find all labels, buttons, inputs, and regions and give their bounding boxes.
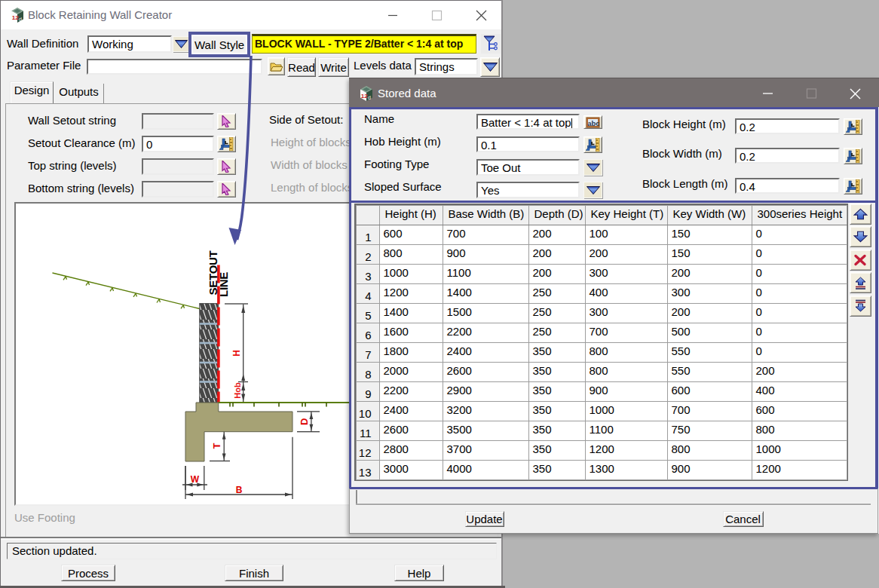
svg-text:H: H bbox=[231, 350, 242, 357]
svg-text:B: B bbox=[236, 485, 243, 495]
svg-text:W: W bbox=[191, 474, 200, 485]
svg-text:T: T bbox=[211, 443, 222, 449]
svg-text:12: 12 bbox=[361, 93, 368, 100]
svg-text:12: 12 bbox=[12, 14, 19, 21]
svg-text:abc: abc bbox=[587, 118, 599, 127]
svg-text:LINE: LINE bbox=[217, 272, 230, 297]
svg-text:d: d bbox=[19, 17, 22, 22]
svg-text:d: d bbox=[368, 95, 371, 100]
svg-text:D: D bbox=[299, 418, 310, 425]
svg-text:Hob: Hob bbox=[233, 382, 242, 399]
